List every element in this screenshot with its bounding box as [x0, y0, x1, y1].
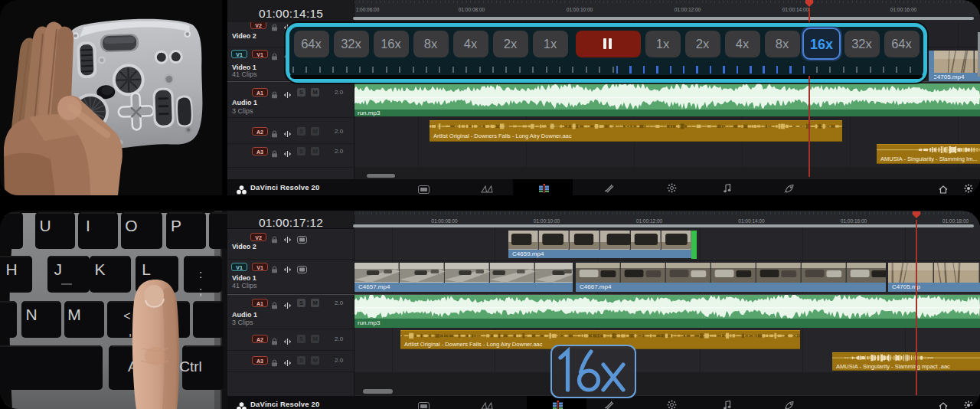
- svg-text:L: L: [142, 260, 151, 278]
- svg-text:K: K: [94, 260, 105, 278]
- svg-text:H: H: [5, 260, 17, 278]
- svg-text:Ctrl: Ctrl: [179, 358, 202, 375]
- svg-text:U: U: [39, 217, 51, 234]
- svg-text:O: O: [125, 217, 137, 234]
- svg-text:;: ;: [199, 284, 202, 297]
- svg-text::: :: [199, 267, 202, 280]
- svg-text:N: N: [25, 306, 37, 323]
- svg-text:,: ,: [129, 325, 132, 338]
- svg-text:M: M: [67, 306, 81, 323]
- svg-text:P: P: [171, 217, 181, 234]
- svg-text:J: J: [54, 260, 63, 278]
- svg-text:<: <: [123, 309, 130, 322]
- svg-text:I: I: [86, 217, 90, 234]
